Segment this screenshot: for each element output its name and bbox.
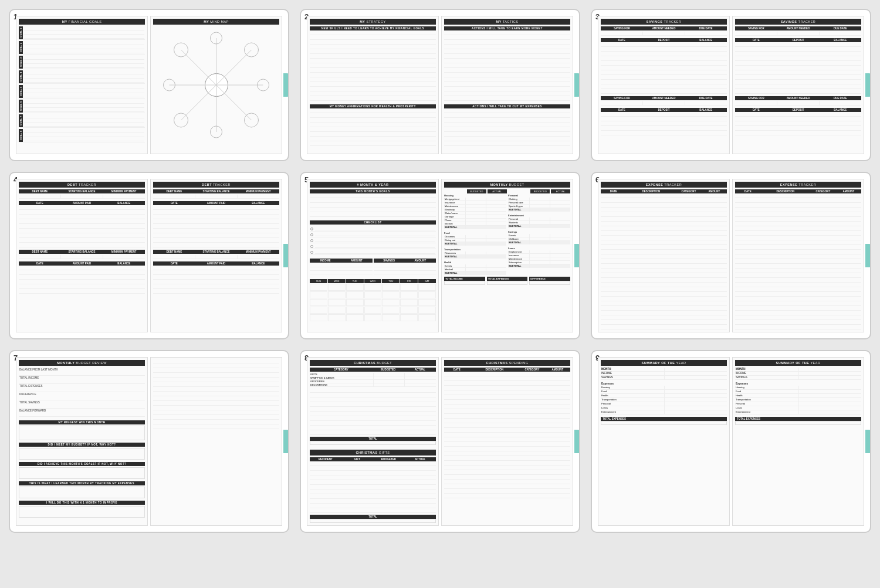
tactics-header: MY TACTICS [444, 19, 570, 25]
improve-label: I WILL DO THIS WITHIN 1 MONTH TO IMPROVE [19, 501, 145, 505]
summary-year-2-header: SUMMARY OF THE YEAR [735, 360, 861, 366]
book-9-tab [865, 430, 871, 453]
svg-line-0 [181, 50, 216, 85]
debt-tracker-2-header: DEBT TRACKER [153, 182, 279, 188]
monthly-budget-header: MONTHLY BUDGET [444, 182, 570, 188]
debt-cols-2: DEBT NAMESTARTING BALANCEMINIMUM PAYMENT [19, 250, 145, 254]
goal-row-6: GOAL 6 [19, 100, 145, 113]
debt-lines-4 [153, 267, 279, 294]
affirmations-label: MY MONEY AFFIRMATIONS FOR WEALTH & PROSP… [310, 104, 436, 108]
book-4: 4 DEBT TRACKER DEBT NAMESTARTING BALANCE… [9, 172, 289, 339]
christmas-spending-header: CHRISTMAS SPENDING [444, 360, 570, 366]
debt-cols-4: DEBT NAMESTARTING BALANCEMINIMUM PAYMENT [153, 250, 279, 254]
tactics-lines-top [444, 32, 570, 101]
this-months-goals-header: THIS MONTH'S GOALS [310, 189, 436, 193]
debt-payment-cols-3: DATEAMOUNT PAIDBALANCE [153, 201, 279, 205]
goal-row-7: GOAL 7 [19, 114, 145, 128]
savings-deposit-row-4: DATEDEPOSITBALANCE [735, 108, 861, 112]
book-4-tab [283, 244, 289, 267]
goal-row-1: GOAL 1 [19, 26, 145, 40]
expense-cols-2: DATEDESCRIPTIONCATEGORYAMOUNT [735, 189, 861, 193]
learned-label: THIS IS WHAT I LEARNED THIS MONTH BY TRA… [19, 481, 145, 485]
page-savings-tracker-2: SAVINGS TRACKER SAVING FORAMOUNT NEEDEDD… [732, 16, 864, 154]
strategy-header: MY STRATEGY [310, 19, 436, 25]
savings-tracker-2-header: SAVINGS TRACKER [735, 19, 861, 25]
page-summary-year-1: SUMMARY OF THE YEAR MONTH INCOME SAVINGS… [598, 357, 730, 526]
financial-goals-header: MY FINANCIAL GOALS [19, 19, 145, 25]
page-my-tactics: MY TACTICS ACTIONS I WILL TAKE TO EARN M… [441, 16, 573, 154]
savings-lines-4 [735, 113, 861, 135]
page-budget-review-blank [150, 357, 282, 526]
book-3-tab [865, 73, 871, 97]
month-year-header: # MONTH & YEAR [310, 182, 436, 188]
book-7-tab [283, 430, 289, 453]
debt-info-row-1 [19, 195, 145, 199]
christmas-budget-cols: CATEGORYBUDGETEDACTUAL [310, 368, 436, 372]
page-christmas-budget: CHRISTMAS BUDGET CATEGORYBUDGETEDACTUAL … [307, 357, 439, 526]
savings-deposit-row-2: DATEDEPOSITBALANCE [601, 108, 727, 112]
svg-line-1 [216, 50, 252, 85]
savings-header-row-2: SAVING FORAMOUNT NEEDEDDUE DATE [601, 96, 727, 100]
page-my-strategy: MY STRATEGY NEW SKILLS I NEED TO LEARN T… [307, 16, 439, 154]
savings-deposit-row-1: DATEDEPOSITBALANCE [601, 38, 727, 42]
expense-lines-1 [601, 195, 727, 329]
debt-cols-3: DEBT NAMESTARTING BALANCEMINIMUM PAYMENT [153, 189, 279, 193]
savings-hdr: SAVINGSAMOUNT [374, 259, 436, 263]
savings-header-row-3: SAVING FORAMOUNT NEEDEDDUE DATE [735, 26, 861, 30]
book-8-tab [574, 430, 580, 453]
savings-lines-2 [601, 113, 727, 135]
savings-header-row-1: SAVING FORAMOUNT NEEDEDDUE DATE [601, 26, 727, 30]
page-debt-tracker-2: DEBT TRACKER DEBT NAMESTARTING BALANCEMI… [150, 179, 282, 332]
book-9: 9 SUMMARY OF THE YEAR MONTH INCOME SAVIN… [591, 350, 871, 533]
cut-expenses-label: ACTIONS I WILL TAKE TO CUT MY EXPENSES [444, 104, 570, 108]
page-summary-year-2: SUMMARY OF THE YEAR MONTH INCOME SAVINGS… [732, 357, 864, 526]
goal-row-2: GOAL 2 [19, 41, 145, 55]
tactics-subtitle: ACTIONS I WILL TAKE TO EARN MORE MONEY [444, 26, 570, 30]
page-mind-map: MY MIND MAP [150, 16, 282, 154]
christmas-gifts-cols: RECIPIENTGIFTBUDGETEDACTUAL [310, 457, 436, 461]
book-5-tab [574, 244, 580, 267]
blank-lines-7 [153, 360, 279, 429]
page-expense-tracker-1: EXPENSE TRACKER DATEDESCRIPTIONCATEGORYA… [598, 179, 730, 332]
goal-label-5: GOAL 5 [19, 85, 23, 98]
savings-deposit-row-3: DATEDEPOSITBALANCE [735, 38, 861, 42]
book-5: 5 # MONTH & YEAR THIS MONTH'S GOALS CHEC… [300, 172, 580, 339]
savings-data-row-3 [735, 32, 861, 36]
goal-label-2: GOAL 2 [19, 41, 23, 54]
savings-lines-3 [735, 43, 861, 94]
savings-tracker-1-header: SAVINGS TRACKER [601, 19, 727, 25]
tactics-lines-bottom [444, 110, 570, 146]
expense-tracker-1-header: EXPENSE TRACKER [601, 182, 727, 188]
christmas-gifts-lines [310, 463, 436, 513]
page-monthly-budget: MONTHLY BUDGET BUDGETED ACTUAL BUDGETED … [441, 179, 573, 332]
svg-line-2 [181, 85, 216, 120]
expense-cols-1: DATEDESCRIPTIONCATEGORYAMOUNT [601, 189, 727, 193]
book-grid: 1 MY FINANCIAL GOALS GOAL 1 GOAL 2 [9, 9, 871, 533]
goal-row-4: GOAL 4 [19, 70, 145, 84]
christmas-spending-cols: DATEDESCRIPTIONCATEGORYAMOUNT [444, 368, 570, 372]
savings-data-row-2 [601, 101, 727, 106]
biggest-win-label: MY BIGGEST WIN THIS MONTH [19, 420, 145, 424]
book-2: 2 MY STRATEGY NEW SKILLS I NEED TO LEARN… [300, 9, 580, 161]
expense-lines-2 [735, 195, 861, 329]
savings-header-row-4: SAVING FORAMOUNT NEEDEDDUE DATE [735, 96, 861, 100]
svg-line-3 [216, 85, 252, 120]
book-7: 7 MONTHLY BUDGET REVIEW BALANCE FROM LAS… [9, 350, 289, 533]
monthly-goals-lines [310, 195, 436, 217]
mind-map-header: MY MIND MAP [153, 19, 279, 25]
goal-label-4: GOAL 4 [19, 70, 23, 83]
debt-lines-3 [153, 206, 279, 247]
christmas-budget-lines [310, 389, 436, 435]
page-debt-tracker-1: DEBT TRACKER DEBT NAMESTARTING BALANCEMI… [16, 179, 148, 332]
book-3: 3 SAVINGS TRACKER SAVING FORAMOUNT NEEDE… [591, 9, 871, 161]
debt-info-row-4 [153, 255, 279, 259]
debt-info-row-2 [19, 255, 145, 259]
savings-data-row-1 [601, 32, 727, 36]
met-budget-label: DID I MEET MY BUDGET? IF NOT, WHY NOT? [19, 443, 145, 447]
goals-list: GOAL 1 GOAL 2 GOAL 3 [19, 26, 145, 142]
strategy-lines-top [310, 32, 436, 101]
goal-label-8: GOAL 8 [19, 129, 23, 142]
debt-lines-2 [19, 267, 145, 294]
christmas-gifts-header: CHRISTMAS GIFTS [310, 450, 436, 456]
debt-payment-cols-4: DATEAMOUNT PAIDBALANCE [153, 261, 279, 266]
